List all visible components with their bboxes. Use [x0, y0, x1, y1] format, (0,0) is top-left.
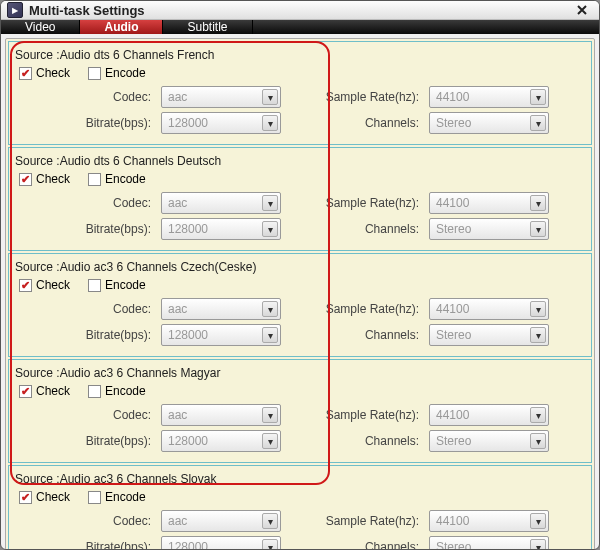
checkbox-icon	[88, 173, 101, 186]
codec-label: Codec:	[15, 408, 151, 422]
samplerate-select[interactable]: 44100	[429, 298, 549, 320]
checkbox-icon	[88, 491, 101, 504]
bitrate-label: Bitrate(bps):	[15, 222, 151, 236]
checkbox-icon	[88, 67, 101, 80]
tab-subtitle[interactable]: Subtitle	[163, 20, 252, 34]
chevron-down-icon	[530, 89, 546, 105]
checkbox-icon	[88, 385, 101, 398]
chevron-down-icon	[530, 195, 546, 211]
encode-label: Encode	[105, 278, 146, 292]
check-checkbox[interactable]: Check	[19, 66, 70, 80]
close-icon	[577, 5, 587, 15]
encode-label: Encode	[105, 384, 146, 398]
chevron-down-icon	[262, 407, 278, 423]
bitrate-select[interactable]: 128000	[161, 430, 281, 452]
tab-bar: Video Audio Subtitle	[1, 20, 599, 34]
encode-label: Encode	[105, 172, 146, 186]
check-checkbox[interactable]: Check	[19, 384, 70, 398]
check-label: Check	[36, 384, 70, 398]
chevron-down-icon	[262, 327, 278, 343]
checkbox-icon	[19, 279, 32, 292]
encode-checkbox[interactable]: Encode	[88, 278, 146, 292]
samplerate-select[interactable]: 44100	[429, 510, 549, 532]
audio-track-group: Source :Audio dts 6 Channels Deutsch Che…	[8, 147, 592, 251]
samplerate-select[interactable]: 44100	[429, 404, 549, 426]
checkbox-icon	[88, 279, 101, 292]
app-icon	[7, 2, 23, 18]
channels-select[interactable]: Stereo	[429, 430, 549, 452]
close-button[interactable]	[571, 1, 593, 19]
bitrate-label: Bitrate(bps):	[15, 116, 151, 130]
codec-select[interactable]: aac	[161, 510, 281, 532]
channels-label: Channels:	[319, 434, 419, 448]
titlebar: Multi-task Settings	[1, 1, 599, 20]
bitrate-select[interactable]: 128000	[161, 536, 281, 550]
codec-label: Codec:	[15, 196, 151, 210]
codec-label: Codec:	[15, 514, 151, 528]
channels-label: Channels:	[319, 116, 419, 130]
channels-select[interactable]: Stereo	[429, 536, 549, 550]
channels-label: Channels:	[319, 540, 419, 550]
audio-track-group: Source :Audio ac3 6 Channels Slovak Chec…	[8, 465, 592, 550]
channels-label: Channels:	[319, 222, 419, 236]
audio-track-group: Source :Audio ac3 6 Channels Czech(Ceske…	[8, 253, 592, 357]
audio-track-group: Source :Audio ac3 6 Channels Magyar Chec…	[8, 359, 592, 463]
check-checkbox[interactable]: Check	[19, 172, 70, 186]
tab-video[interactable]: Video	[1, 20, 80, 34]
chevron-down-icon	[530, 513, 546, 529]
chevron-down-icon	[530, 115, 546, 131]
samplerate-label: Sample Rate(hz):	[319, 514, 419, 528]
chevron-down-icon	[262, 89, 278, 105]
check-label: Check	[36, 490, 70, 504]
channels-select[interactable]: Stereo	[429, 324, 549, 346]
tab-audio[interactable]: Audio	[80, 20, 163, 34]
bitrate-select[interactable]: 128000	[161, 324, 281, 346]
scroll-area[interactable]: Source :Audio dts 6 Channels French Chec…	[6, 39, 594, 550]
source-label: Source :Audio dts 6 Channels French	[15, 48, 585, 62]
encode-checkbox[interactable]: Encode	[88, 66, 146, 80]
samplerate-label: Sample Rate(hz):	[319, 90, 419, 104]
bitrate-select[interactable]: 128000	[161, 112, 281, 134]
encode-checkbox[interactable]: Encode	[88, 172, 146, 186]
bitrate-label: Bitrate(bps):	[15, 434, 151, 448]
channels-select[interactable]: Stereo	[429, 218, 549, 240]
chevron-down-icon	[262, 539, 278, 550]
chevron-down-icon	[262, 301, 278, 317]
codec-select[interactable]: aac	[161, 192, 281, 214]
chevron-down-icon	[262, 115, 278, 131]
window-title: Multi-task Settings	[29, 3, 571, 18]
samplerate-label: Sample Rate(hz):	[319, 196, 419, 210]
source-label: Source :Audio ac3 6 Channels Magyar	[15, 366, 585, 380]
codec-select[interactable]: aac	[161, 404, 281, 426]
chevron-down-icon	[530, 539, 546, 550]
check-checkbox[interactable]: Check	[19, 278, 70, 292]
samplerate-select[interactable]: 44100	[429, 86, 549, 108]
encode-checkbox[interactable]: Encode	[88, 490, 146, 504]
check-checkbox[interactable]: Check	[19, 490, 70, 504]
audio-track-group: Source :Audio dts 6 Channels French Chec…	[8, 41, 592, 145]
check-label: Check	[36, 278, 70, 292]
content-area: Source :Audio dts 6 Channels French Chec…	[5, 38, 595, 550]
chevron-down-icon	[262, 221, 278, 237]
chevron-down-icon	[262, 513, 278, 529]
samplerate-select[interactable]: 44100	[429, 192, 549, 214]
check-label: Check	[36, 66, 70, 80]
codec-select[interactable]: aac	[161, 86, 281, 108]
bitrate-label: Bitrate(bps):	[15, 328, 151, 342]
chevron-down-icon	[530, 327, 546, 343]
chevron-down-icon	[530, 221, 546, 237]
chevron-down-icon	[530, 301, 546, 317]
channels-label: Channels:	[319, 328, 419, 342]
checkbox-icon	[19, 173, 32, 186]
source-label: Source :Audio dts 6 Channels Deutsch	[15, 154, 585, 168]
channels-select[interactable]: Stereo	[429, 112, 549, 134]
codec-label: Codec:	[15, 90, 151, 104]
bitrate-select[interactable]: 128000	[161, 218, 281, 240]
codec-select[interactable]: aac	[161, 298, 281, 320]
chevron-down-icon	[262, 433, 278, 449]
encode-checkbox[interactable]: Encode	[88, 384, 146, 398]
checkbox-icon	[19, 67, 32, 80]
check-label: Check	[36, 172, 70, 186]
source-label: Source :Audio ac3 6 Channels Slovak	[15, 472, 585, 486]
bitrate-label: Bitrate(bps):	[15, 540, 151, 550]
